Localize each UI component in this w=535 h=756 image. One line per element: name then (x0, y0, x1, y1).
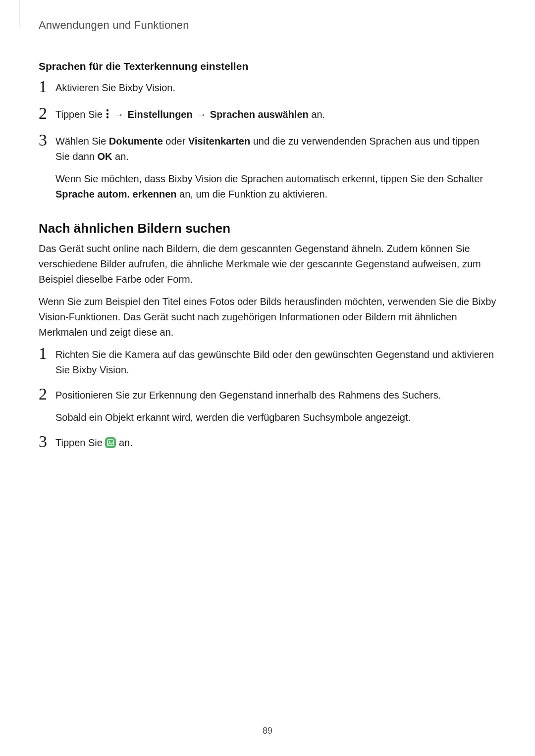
running-header: Anwendungen und Funktionen (39, 19, 496, 32)
text-fragment: Tippen Sie (55, 109, 105, 120)
bold-text: Dokumente (109, 136, 163, 147)
step-item: 2 Positionieren Sie zur Erkennung den Ge… (39, 388, 496, 425)
step-body: Tippen Sie → Einstellungen → Sprachen au… (55, 107, 496, 124)
step-item: 1 Aktivieren Sie Bixby Vision. (39, 80, 496, 97)
bold-text: Sprachen auswählen (210, 109, 309, 120)
step-body: Wählen Sie Dokumente oder Visitenkarten … (55, 134, 496, 202)
step-item: 3 Tippen Sie an. (39, 435, 496, 452)
step-number: 1 (39, 78, 55, 95)
section2-para2: Wenn Sie zum Beispiel den Titel eines Fo… (39, 294, 496, 340)
step-text: Tippen Sie → Einstellungen → Sprachen au… (55, 107, 496, 124)
step-body: Aktivieren Sie Bixby Vision. (55, 80, 496, 96)
step-item: 2 Tippen Sie → Einstellungen → Sprachen … (39, 107, 496, 124)
section1-steps: 1 Aktivieren Sie Bixby Vision. 2 Tippen … (39, 80, 496, 202)
arrow: → (113, 109, 128, 120)
step-text: Richten Sie die Kamera auf das gewünscht… (55, 347, 496, 378)
step-number: 1 (39, 345, 55, 362)
svg-point-2 (107, 116, 108, 118)
text-fragment: Wenn Sie möchten, dass Bixby Vision die … (55, 173, 483, 184)
step-number: 3 (39, 433, 55, 450)
section1-title: Sprachen für die Texterkennung einstelle… (39, 60, 496, 72)
text-fragment: oder (165, 136, 188, 147)
step-text: Positionieren Sie zur Erkennung den Gege… (55, 388, 496, 403)
arrow: → (195, 109, 210, 120)
svg-point-1 (107, 113, 108, 115)
text-fragment: Tippen Sie (55, 437, 105, 448)
text-fragment: an. (115, 151, 129, 162)
page-tab-mark (19, 0, 25, 27)
step-number: 2 (39, 105, 55, 122)
step-text: Tippen Sie an. (55, 435, 496, 451)
more-options-icon (105, 108, 110, 124)
svg-point-0 (107, 109, 108, 111)
bold-text: OK (98, 151, 112, 162)
page-number: 89 (0, 726, 535, 736)
section2-title: Nach ähnlichen Bildern suchen (39, 221, 496, 236)
step-body: Positionieren Sie zur Erkennung den Gege… (55, 388, 496, 425)
step-number: 3 (39, 132, 55, 149)
text-fragment: an. (119, 437, 133, 448)
text-fragment: an, um die Funktion zu aktivieren. (179, 189, 327, 200)
bold-text: Visitenkarten (188, 136, 250, 147)
bold-text: Einstellungen (128, 109, 193, 120)
step-text: Wenn Sie möchten, dass Bixby Vision die … (55, 171, 496, 202)
step-body: Richten Sie die Kamera auf das gewünscht… (55, 347, 496, 378)
step-number: 2 (39, 386, 55, 403)
step-body: Tippen Sie an. (55, 435, 496, 451)
section2-para1: Das Gerät sucht online nach Bildern, die… (39, 241, 496, 287)
section2-steps: 1 Richten Sie die Kamera auf das gewünsc… (39, 347, 496, 452)
text-fragment: an. (311, 109, 325, 120)
step-item: 3 Wählen Sie Dokumente oder Visitenkarte… (39, 134, 496, 202)
page: Anwendungen und Funktionen Sprachen für … (0, 0, 535, 756)
step-text: Aktivieren Sie Bixby Vision. (55, 80, 496, 96)
svg-point-4 (109, 441, 110, 443)
bold-text: Sprache autom. erkennen (55, 189, 177, 200)
image-search-icon (105, 437, 116, 448)
step-text: Wählen Sie Dokumente oder Visitenkarten … (55, 134, 496, 164)
step-item: 1 Richten Sie die Kamera auf das gewünsc… (39, 347, 496, 378)
text-fragment: Wählen Sie (55, 136, 109, 147)
step-text: Sobald ein Objekt erkannt wird, werden d… (55, 410, 496, 425)
